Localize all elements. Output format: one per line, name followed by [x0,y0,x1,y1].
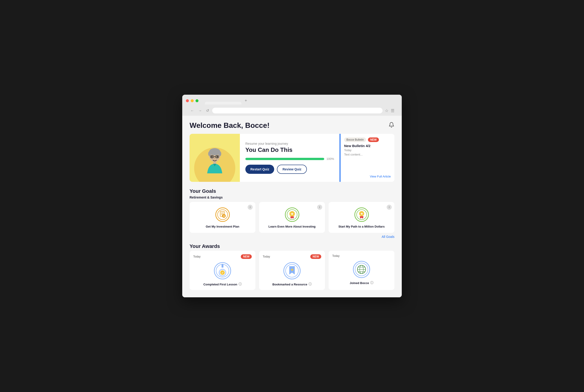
address-bar-row: ← → ↺ ☆ ☰ [186,106,398,116]
award-icon-first-lesson: ✓ [213,262,232,280]
hero-avatar [190,134,240,182]
goal-card-learn[interactable]: i ★ Learn Even More Abo [259,202,325,233]
award-icon-bookmark: ★ [283,262,301,280]
restart-quiz-button[interactable]: Restart Quiz [245,165,274,174]
menu-icon[interactable]: ☰ [391,108,394,113]
award-card-first-lesson: Today NEW [190,251,255,290]
goal-label-learn: Learn Even More About Investing [268,225,316,228]
award-label-joined: Joined Bocce ⓘ [350,281,373,285]
notification-bell-button[interactable] [389,122,394,129]
bulletin-title: New Bulletin 4/2 [344,144,391,148]
info-icon-investment[interactable]: i [248,205,253,210]
tab-bar: + [205,97,249,104]
goal-icon-million: ★ [354,206,370,222]
bulletin-tag: Bocce Bulletin [344,138,366,142]
info-icon-learn[interactable]: i [317,205,322,210]
award-date-3: Today [332,254,340,258]
award-icon-joined [352,260,371,278]
progress-percent: 100% [327,157,334,160]
info-icon-award-3[interactable]: ⓘ [370,281,373,285]
bulletin-body: Text content... [344,153,391,173]
maximize-dot[interactable] [195,99,198,102]
active-tab[interactable] [205,102,241,104]
award-header-2: Today NEW [263,254,321,259]
hero-buttons: Restart Quiz Review Quiz [245,165,334,174]
info-icon-award-1[interactable]: ⓘ [238,282,242,286]
award-new-badge-1: NEW [241,254,252,259]
avatar-figure [202,148,227,182]
bulletin-date: Today [344,149,391,152]
address-bar-input[interactable] [212,108,383,114]
progress-bar-fill [245,158,324,160]
progress-bar-bg [245,158,324,160]
close-dot[interactable] [186,99,189,102]
goals-section-title: Your Goals [190,188,394,194]
hero-info: Resume your learning journey You Can Do … [240,134,340,182]
awards-section-title: Your Awards [190,243,394,249]
award-header-1: Today NEW [193,254,252,259]
goal-label-million: Start My Path to a Million Dollars [338,225,385,228]
page-header: Welcome Back, Bocce! [190,121,394,130]
svg-text:★: ★ [223,215,225,217]
goals-section: Your Goals Retirement & Savings i [190,188,394,239]
review-quiz-button[interactable]: Review Quiz [277,165,307,174]
svg-text:✓: ✓ [221,271,224,274]
svg-rect-23 [291,216,293,217]
svg-text:★: ★ [291,212,294,216]
hero-lesson-title: You Can Do This [245,146,334,154]
all-goals-link[interactable]: All Goals [382,235,394,238]
svg-point-7 [211,156,213,158]
goal-card-million[interactable]: i ★ Start My Path to a [329,202,394,233]
svg-text:★: ★ [290,268,294,272]
goal-icon-learn: ★ [284,206,300,222]
forward-button[interactable]: → [197,108,203,113]
bulletin-header: Bocce Bulletin NEW [344,138,391,142]
awards-section: Your Awards Today NEW [190,243,394,290]
refresh-button[interactable]: ↺ [205,108,210,113]
page-content: Welcome Back, Bocce! [182,116,402,297]
info-icon-million[interactable]: i [387,205,392,210]
browser-window: + ← → ↺ ☆ ☰ Welcome Back, Bocce! [182,95,402,297]
award-card-joined: Today [329,251,394,290]
goals-category: Retirement & Savings [190,196,394,199]
svg-point-2 [208,151,211,156]
award-label-bookmark: Bookmarked a Resource ⓘ [272,282,311,286]
svg-rect-31 [222,264,223,268]
awards-grid: Today NEW [190,251,394,290]
progress-bar-container: 100% [245,157,334,160]
svg-point-3 [218,151,221,156]
all-goals-link-container: All Goals [190,235,394,239]
goal-card-investment[interactable]: i ★ [190,202,255,233]
new-tab-button[interactable]: + [242,97,249,104]
page-title: Welcome Back, Bocce! [190,121,270,130]
svg-text:★: ★ [360,212,363,216]
svg-point-9 [214,158,216,159]
info-icon-award-2[interactable]: ⓘ [308,282,312,286]
award-label-first-lesson: Completed First Lesson ⓘ [203,282,241,286]
award-date-1: Today [193,255,200,258]
svg-point-8 [217,156,218,158]
bulletin-card: Bocce Bulletin NEW New Bulletin 4/2 Toda… [340,134,394,182]
goal-label-investment: Get My Investment Plan [206,225,239,228]
back-button[interactable]: ← [190,108,195,113]
award-header-3: Today [332,254,391,258]
browser-chrome: + ← → ↺ ☆ ☰ [182,95,402,116]
goal-icon-investment: ★ [214,206,230,222]
minimize-dot[interactable] [191,99,194,102]
browser-controls: + [186,97,398,104]
bookmark-icon[interactable]: ☆ [385,108,389,113]
award-card-bookmark: Today NEW ★ Bookm [259,251,325,290]
bulletin-new-badge: NEW [368,138,379,142]
award-new-badge-2: NEW [310,254,321,259]
goals-grid: i ★ [190,202,394,233]
hero-section: Resume your learning journey You Can Do … [190,134,394,182]
svg-rect-28 [360,216,363,217]
resume-label: Resume your learning journey [245,142,334,146]
award-date-2: Today [263,255,270,258]
hero-card: Resume your learning journey You Can Do … [190,134,340,182]
view-article-link[interactable]: View Full Article [344,175,391,178]
